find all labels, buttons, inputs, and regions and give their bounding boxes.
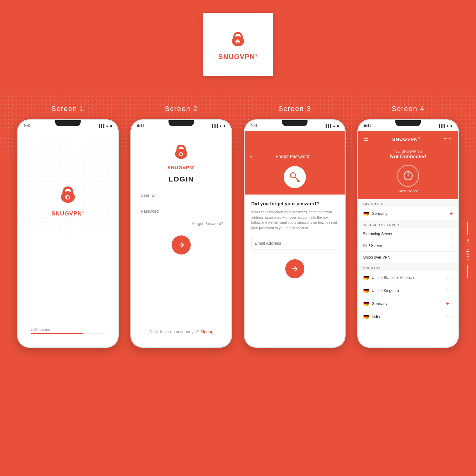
- loading-section: 70% loading: [24, 327, 111, 334]
- chevron-right-icon5: ›: [452, 288, 454, 293]
- streaming-server-name: Streaming Server: [363, 232, 449, 236]
- screen4-label: Screen 4: [392, 105, 425, 113]
- screen2-label: Screen 2: [165, 105, 198, 113]
- splash-logo-icon: [55, 182, 81, 207]
- screen3-label: Screen 3: [278, 105, 311, 113]
- menu-icon[interactable]: ☰: [363, 136, 368, 142]
- list-item-india[interactable]: 🇩🇪 India ☆ ›: [358, 310, 458, 323]
- chevron-right-icon7: ›: [452, 314, 454, 319]
- battery-icon3: ▮: [337, 124, 339, 128]
- wifi-icon: ▲: [106, 124, 109, 128]
- loading-bar-fill: [31, 333, 83, 334]
- password-input[interactable]: [139, 206, 223, 217]
- status-label: Your SNUGVPN is: [394, 149, 423, 153]
- loading-bar-background: [31, 333, 105, 334]
- screen2-phone: 9:41 ▐▐▐ ▲ ▮ SNUGVPN®: [130, 119, 232, 348]
- screen1-label: Screen 1: [51, 105, 84, 113]
- status-icons2: ▐▐▐ ▲ ▮: [211, 124, 225, 128]
- notch: [55, 120, 81, 126]
- list-item-germany-fav[interactable]: 🇩🇪 Germany ★: [358, 207, 458, 220]
- login-title: LOGIN: [169, 175, 194, 183]
- login-submit-button[interactable]: [172, 235, 191, 255]
- login-screen: SNUGVPN® LOGIN Forgot Password? Don't ha…: [131, 131, 231, 347]
- forgot-header-title: Forgot Password: [276, 154, 309, 159]
- status-icons: ▐▐▐ ▲ ▮: [98, 124, 112, 128]
- list-item-p2p[interactable]: P2P Server ›: [358, 240, 458, 252]
- forgot-submit-row: [251, 259, 338, 288]
- uk-name: United Kingdom: [372, 288, 443, 293]
- star-filled-icon: ★: [449, 211, 453, 216]
- dash-logo: SNUGVPN®: [392, 136, 420, 142]
- splash-logo: SNUGVPN®: [51, 182, 84, 217]
- notch4: [395, 120, 421, 126]
- notch2: [169, 120, 194, 126]
- germany-flag2: 🇩🇪: [363, 301, 369, 307]
- forgot-submit-button[interactable]: [285, 259, 304, 278]
- forgot-body: Did you forget your pasword? If you have…: [245, 195, 345, 294]
- chevron-right-icon2: ›: [452, 243, 454, 248]
- dashboard-list: FAVORITES 🇩🇪 Germany ★ SPECIALTY SERVER …: [358, 199, 458, 323]
- status-value: Not Connected: [390, 154, 426, 160]
- forgot-nav: ‹ Forgot Password: [250, 153, 340, 160]
- screen2-status-bar: 9:41 ▐▐▐ ▲ ▮: [131, 120, 231, 131]
- loading-text: 70% loading: [31, 327, 105, 331]
- snugvpn-logo-icon: [227, 28, 249, 50]
- quick-connect-button[interactable]: [397, 165, 419, 187]
- login-logo-icon: [170, 141, 192, 163]
- brand-suffix: VPN: [240, 53, 255, 61]
- india-flag: 🇩🇪: [363, 314, 369, 320]
- screen3-time: 9:41: [251, 124, 258, 128]
- login-logo-text: SNUGVPN®: [168, 165, 195, 170]
- star-outline-icon: ☆: [446, 275, 450, 280]
- splash-logo-text: SNUGVPN®: [51, 210, 84, 217]
- star-outline-icon2: ☆: [446, 288, 450, 293]
- list-item-onion[interactable]: Onion over VPN ›: [358, 252, 458, 263]
- screen1-time: 9:41: [24, 124, 31, 128]
- usa-flag: 🇩🇪: [363, 274, 369, 281]
- forgot-header: ‹ Forgot Password: [245, 131, 345, 195]
- signal-icon3: ▐▐▐: [325, 124, 331, 128]
- wifi-icon2: ▲: [219, 124, 222, 128]
- list-item-germany-country[interactable]: 🇩🇪 Germany ★ ›: [358, 297, 458, 310]
- signal-icon4: ▐▐▐: [438, 124, 445, 128]
- forgot-password-link[interactable]: Forgot Password?: [139, 221, 223, 226]
- arrow-right-icon: [177, 241, 185, 249]
- screens-container: Screen 1 9:41 ▐▐▐ ▲ ▮: [16, 105, 460, 348]
- chevron-right-icon6: ›: [452, 301, 454, 306]
- dashboard-screen: ☰ SNUGVPN® 〜∿ Your SNUGVPN is Not Connec…: [358, 131, 458, 347]
- screen4-col: Screen 4 9:41 ▐▐▐ ▲ ▮ ☰ SNUGVPN® 〜∿: [356, 105, 460, 348]
- list-item-uk[interactable]: 🇩🇪 United Kingdom ☆ ›: [358, 284, 458, 297]
- userid-input[interactable]: [139, 190, 223, 201]
- screen4-phone: 9:41 ▐▐▐ ▲ ▮ ☰ SNUGVPN® 〜∿ Your SNUGVP: [357, 119, 459, 348]
- dash-brand: SNUGVPN®: [392, 136, 420, 142]
- india-name: India: [372, 314, 443, 319]
- screen2-time: 9:41: [137, 124, 144, 128]
- favorites-section-title: FAVORITES: [358, 199, 458, 207]
- back-button[interactable]: ‹: [250, 153, 252, 160]
- key-icon: [289, 171, 301, 183]
- screen3-col: Screen 3 9:41 ▐▐▐ ▲ ▮ ‹ Forgot Password: [243, 105, 347, 348]
- screen1-status-bar: 9:41 ▐▐▐ ▲ ▮: [18, 120, 118, 131]
- list-item-usa[interactable]: 🇩🇪 United States or America ☆ ›: [358, 271, 458, 284]
- screen1-phone: 9:41 ▐▐▐ ▲ ▮: [17, 119, 119, 348]
- scroll-line-bottom: [467, 265, 468, 278]
- signal-icon: ▐▐▐: [98, 124, 104, 128]
- wifi-icon3: ▲: [333, 124, 336, 128]
- svg-point-9: [67, 196, 69, 199]
- notch3: [282, 120, 307, 126]
- wifi-connect-icon[interactable]: 〜∿: [444, 136, 453, 142]
- signup-link[interactable]: Signup: [200, 329, 213, 334]
- screen2-col: Screen 2 9:41 ▐▐▐ ▲ ▮: [129, 105, 234, 348]
- forgot-question: Did you forget your pasword?: [251, 201, 338, 206]
- screen4-status-bar: 9:41 ▐▐▐ ▲ ▮: [358, 120, 458, 131]
- list-item-streaming[interactable]: Streaming Server ›: [358, 228, 458, 240]
- quick-connect-label: Quick Connect: [398, 189, 419, 193]
- chevron-right-icon3: ›: [452, 255, 454, 260]
- signal-icon2: ▐▐▐: [211, 124, 218, 128]
- brand-trademark: ®: [255, 54, 258, 57]
- logo-card: SNUGVPN®: [203, 13, 273, 76]
- email-input[interactable]: [251, 237, 338, 250]
- screen4-time: 9:41: [364, 124, 371, 128]
- germany-country-name: Germany: [372, 301, 443, 306]
- screen1-col: Screen 1 9:41 ▐▐▐ ▲ ▮: [16, 105, 120, 348]
